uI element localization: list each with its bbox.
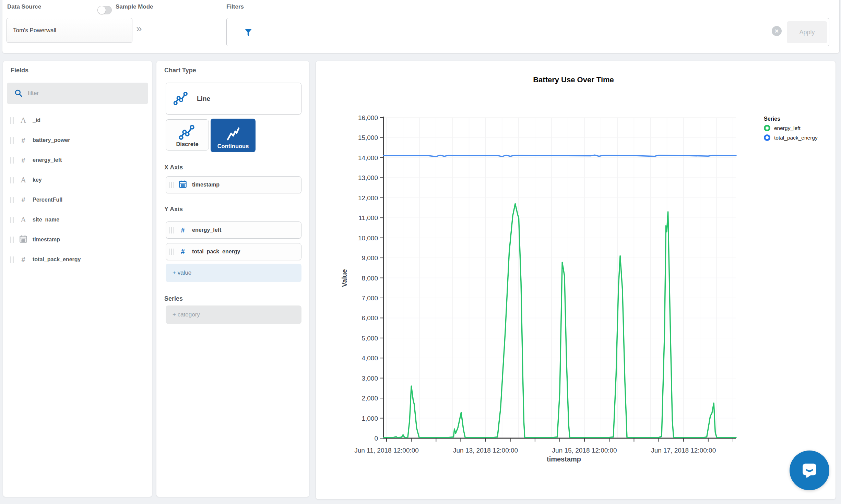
field-item-label: PercentFull [33, 197, 62, 203]
x-tick-label: Jun 17, 2018 12:00:00 [651, 447, 716, 454]
string-type-icon: A [18, 215, 28, 224]
series-line-total_pack_energy [383, 155, 736, 156]
number-type-icon: # [18, 156, 28, 164]
chart-plot-area: 01,0002,0003,0004,0005,0006,0007,0008,00… [316, 61, 836, 499]
number-type-icon: # [18, 136, 28, 144]
encoding-pill-total_pack_energy[interactable]: #total_pack_energy [166, 243, 301, 260]
drag-handle-icon [10, 217, 14, 223]
y-tick-label: 8,000 [362, 275, 378, 282]
calendar-icon [18, 235, 28, 245]
y-axis-label: Y Axis [164, 206, 183, 213]
x-tick-label: Jun 11, 2018 12:00:00 [354, 447, 419, 454]
drag-handle-icon [10, 137, 14, 144]
y-tick-label: 15,000 [358, 134, 378, 141]
drag-handle-icon [10, 256, 14, 263]
continuous-button[interactable]: Continuous [211, 119, 256, 152]
clear-filters-icon[interactable]: ✕ [772, 26, 782, 36]
y-tick-label: 12,000 [358, 194, 378, 202]
field-item-PercentFull[interactable]: #PercentFull [3, 190, 152, 210]
chart-type-value: Line [197, 95, 280, 103]
legend-ring-icon [764, 134, 770, 141]
x-tick-label: Jun 15, 2018 12:00:00 [552, 447, 617, 454]
sample-mode-toggle[interactable] [97, 6, 112, 14]
y-tick-label: 13,000 [358, 174, 378, 181]
fields-title: Fields [11, 67, 28, 74]
continuous-label: Continuous [217, 143, 249, 149]
add-value-dropzone[interactable]: + value [166, 264, 301, 282]
data-source-value: Tom's Powerwall [13, 27, 56, 34]
encoding-pill-label: total_pack_energy [192, 249, 240, 255]
series-label: Series [164, 295, 183, 302]
field-item-label: site_name [33, 217, 59, 223]
filters-input[interactable]: ✕ Apply [226, 18, 829, 46]
field-filter-placeholder: filter [28, 90, 39, 97]
line-chart-icon [174, 92, 189, 106]
legend-label: energy_left [774, 125, 801, 131]
collapse-chevrons-icon[interactable]: » [136, 23, 142, 34]
field-list: A_id#battery_power#energy_leftAkey#Perce… [3, 110, 152, 269]
y-tick-label: 9,000 [362, 254, 378, 262]
field-filter-input[interactable]: filter [7, 83, 148, 104]
drag-handle-icon [169, 249, 174, 255]
discrete-label: Discrete [176, 141, 198, 147]
y-tick-label: 5,000 [362, 335, 378, 342]
data-source-select[interactable]: Tom's Powerwall [7, 18, 132, 43]
chart-type-select[interactable]: Line [166, 83, 301, 115]
encoding-pill-energy_left[interactable]: #energy_left [166, 221, 301, 239]
sample-mode-label: Sample Mode [116, 3, 153, 10]
field-item-battery_power[interactable]: #battery_power [3, 130, 152, 150]
legend-title: Series [764, 116, 818, 122]
encoding-panel: Chart Type Line Discrete Continuous X Ax… [156, 61, 309, 497]
filters-label: Filters [226, 3, 244, 10]
series-line-energy_left [383, 204, 736, 437]
calendar-icon [178, 180, 188, 190]
chart-type-label: Chart Type [164, 67, 196, 74]
encoding-pill-label: timestamp [192, 182, 220, 188]
field-item-label: energy_left [33, 157, 62, 163]
drag-handle-icon [10, 117, 14, 124]
field-item-_id[interactable]: A_id [3, 110, 152, 130]
number-type-icon: # [18, 196, 28, 204]
encoding-pill-timestamp[interactable]: timestamp [166, 176, 301, 193]
discrete-button[interactable]: Discrete [166, 119, 209, 151]
y-tick-label: 0 [374, 435, 378, 442]
y-tick-label: 6,000 [362, 314, 378, 322]
y-tick-label: 11,000 [358, 214, 378, 221]
drag-handle-icon [169, 227, 174, 233]
data-source-label: Data Source [7, 3, 41, 10]
field-item-total_pack_energy[interactable]: #total_pack_energy [3, 250, 152, 269]
search-icon [14, 89, 23, 98]
field-item-label: timestamp [33, 237, 60, 243]
drag-handle-icon [10, 197, 14, 203]
chart-legend: Series energy_lefttotal_pack_energy [764, 116, 818, 144]
number-type-icon: # [178, 226, 188, 234]
field-item-label: key [33, 177, 42, 183]
y-tick-label: 16,000 [358, 114, 378, 121]
field-item-label: battery_power [33, 137, 70, 143]
number-type-icon: # [178, 248, 188, 256]
fields-panel: Fields filter A_id#battery_power#energy_… [3, 61, 152, 497]
string-type-icon: A [18, 116, 28, 125]
y-tick-label: 2,000 [362, 395, 378, 402]
y-axis-title: Value [341, 269, 348, 287]
field-item-site_name[interactable]: Asite_name [3, 210, 152, 230]
field-item-key[interactable]: Akey [3, 170, 152, 190]
y-tick-label: 7,000 [362, 295, 378, 302]
x-axis-title: timestamp [547, 455, 581, 463]
y-tick-label: 4,000 [362, 355, 378, 362]
filter-funnel-icon [243, 27, 253, 38]
add-category-dropzone[interactable]: + category [166, 305, 301, 324]
y-tick-label: 1,000 [362, 415, 378, 422]
drag-handle-icon [10, 177, 14, 183]
y-tick-label: 3,000 [362, 375, 378, 382]
drag-handle-icon [10, 157, 14, 164]
drag-handle-icon [10, 237, 14, 243]
field-item-timestamp[interactable]: timestamp [3, 230, 152, 250]
field-item-energy_left[interactable]: #energy_left [3, 150, 152, 170]
topbar: Data Source Tom's Powerwall Sample Mode … [2, 0, 840, 53]
y-tick-label: 10,000 [358, 235, 378, 242]
y-tick-label: 14,000 [358, 154, 378, 161]
continuous-line-icon [225, 126, 241, 142]
chat-launcher-button[interactable] [790, 451, 829, 490]
apply-button[interactable]: Apply [787, 21, 827, 43]
